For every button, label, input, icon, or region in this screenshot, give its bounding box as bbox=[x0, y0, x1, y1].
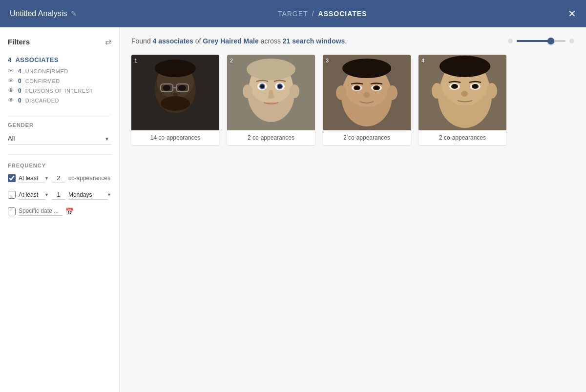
associates-count: 4 bbox=[8, 56, 12, 63]
card-label-3: 2 co-appearances bbox=[323, 130, 411, 145]
sidebar-header: Filters ⇄ bbox=[8, 37, 111, 46]
date-input[interactable] bbox=[19, 206, 63, 216]
card-number-3: 3 bbox=[326, 58, 329, 63]
poi-count: 0 bbox=[18, 87, 21, 94]
svg-point-47 bbox=[486, 83, 497, 99]
card-number-2: 2 bbox=[230, 58, 233, 63]
slider-container bbox=[508, 39, 574, 43]
freq-qualifier-arrow-1: ▼ bbox=[44, 176, 49, 181]
unconfirmed-count: 4 bbox=[18, 68, 21, 75]
slider-thumb[interactable] bbox=[547, 38, 554, 44]
card-image-2: 2 bbox=[227, 55, 315, 130]
svg-point-10 bbox=[161, 96, 190, 111]
svg-point-28 bbox=[355, 86, 359, 89]
unconfirmed-label: UNCONFIRMED bbox=[25, 68, 68, 74]
svg-point-33 bbox=[336, 85, 347, 100]
card-label-4: 2 co-appearances bbox=[419, 130, 506, 145]
svg-point-8 bbox=[173, 93, 178, 97]
date-checkbox[interactable] bbox=[8, 207, 16, 215]
divider bbox=[8, 114, 111, 114]
freq-checkbox-2[interactable] bbox=[8, 191, 16, 199]
freq-qualifier-arrow-2: ▼ bbox=[44, 192, 49, 197]
collapse-icon[interactable]: ⇄ bbox=[105, 37, 111, 46]
freq-qualifier-2[interactable]: At least Exactly At most bbox=[19, 190, 45, 200]
eye-icon: 👁 bbox=[8, 67, 14, 75]
frequency-section: FREQUENCY At least Exactly At most ▼ co-… bbox=[8, 163, 111, 216]
svg-point-34 bbox=[387, 85, 398, 100]
card-label-1: 14 co-appearances bbox=[131, 130, 219, 145]
freq-number-1[interactable] bbox=[52, 173, 65, 183]
gender-select-wrapper: All Male Female ▼ bbox=[8, 133, 111, 144]
confirmed-label: CONFIRMED bbox=[25, 78, 60, 84]
person-card[interactable]: 1 bbox=[131, 55, 219, 145]
results-header: Found 4 associates of Grey Haired Male a… bbox=[131, 37, 574, 45]
date-row: 📅 bbox=[8, 206, 111, 216]
person-card[interactable]: 3 bbox=[323, 55, 411, 145]
svg-point-9 bbox=[155, 60, 196, 77]
discarded-count: 0 bbox=[18, 97, 21, 104]
confirmed-count: 0 bbox=[18, 78, 21, 84]
card-label-2: 2 co-appearances bbox=[227, 130, 315, 145]
card-number-4: 4 bbox=[421, 58, 424, 63]
period: . bbox=[345, 37, 347, 45]
cards-grid: 1 bbox=[131, 55, 574, 145]
svg-point-46 bbox=[432, 83, 442, 99]
discarded-label: DISCARDED bbox=[25, 98, 59, 103]
freq-number-2[interactable] bbox=[52, 190, 65, 200]
slider-track[interactable] bbox=[517, 40, 565, 42]
frequency-label: FREQUENCY bbox=[8, 163, 111, 168]
eye-icon: 👁 bbox=[8, 97, 14, 104]
gender-label: GENDER bbox=[8, 122, 111, 128]
edit-icon[interactable]: ✎ bbox=[71, 10, 77, 18]
svg-point-21 bbox=[290, 84, 299, 98]
list-item: 👁 0 CONFIRMED bbox=[8, 77, 111, 84]
target-label: TARGET bbox=[278, 10, 308, 18]
freq-qualifier-1[interactable]: At least Exactly At most bbox=[19, 174, 45, 183]
main-content: Filters ⇄ 4 ASSOCIATES 👁 4 UNCONFIRMED � bbox=[0, 27, 586, 392]
svg-point-20 bbox=[243, 84, 252, 98]
freq-day-select[interactable]: Mondays Tuesdays Wednesdays Thursdays Fr… bbox=[68, 190, 108, 200]
card-image-1: 1 bbox=[131, 55, 219, 130]
associates-list: 👁 4 UNCONFIRMED 👁 0 CONFIRMED 👁 0 PERSON… bbox=[8, 67, 111, 104]
frequency-row-2: At least Exactly At most ▼ Mondays Tuesd… bbox=[8, 190, 111, 200]
svg-point-48 bbox=[440, 56, 490, 77]
list-item: 👁 0 PERSONS OF INTEREST bbox=[8, 87, 111, 94]
svg-point-45 bbox=[461, 91, 468, 97]
svg-point-35 bbox=[342, 59, 391, 78]
header-left: Untitled Analysis ✎ bbox=[10, 9, 77, 18]
svg-point-22 bbox=[247, 59, 295, 80]
svg-point-6 bbox=[163, 85, 170, 91]
person-card[interactable]: 2 bbox=[227, 55, 315, 145]
person-card[interactable]: 4 bbox=[419, 55, 506, 145]
close-button[interactable]: ✕ bbox=[568, 9, 576, 19]
of-label: of bbox=[195, 37, 201, 45]
associates-section: 4 ASSOCIATES 👁 4 UNCONFIRMED 👁 0 CONFIRM… bbox=[8, 56, 111, 104]
gender-section: GENDER All Male Female ▼ bbox=[8, 122, 111, 144]
svg-point-31 bbox=[375, 86, 378, 89]
slider-fill bbox=[517, 40, 551, 42]
gender-select[interactable]: All Male Female bbox=[8, 133, 111, 144]
nav-separator: / bbox=[312, 10, 314, 18]
svg-point-19 bbox=[278, 84, 282, 88]
app-container: Untitled Analysis ✎ TARGET / ASSOCIATES … bbox=[0, 0, 586, 392]
freq-checkbox-1[interactable] bbox=[8, 174, 16, 182]
associates-label: ASSOCIATES bbox=[15, 56, 59, 63]
results-area: Found 4 associates of Grey Haired Male a… bbox=[120, 27, 586, 392]
poi-label: PERSONS OF INTEREST bbox=[25, 88, 93, 94]
header-nav: TARGET / ASSOCIATES bbox=[278, 10, 367, 18]
calendar-icon[interactable]: 📅 bbox=[65, 207, 74, 215]
header: Untitled Analysis ✎ TARGET / ASSOCIATES … bbox=[0, 0, 586, 27]
freq-unit-1: co-appearances bbox=[68, 175, 110, 182]
associates-nav-label: ASSOCIATES bbox=[318, 10, 367, 18]
card-number-1: 1 bbox=[134, 58, 137, 63]
subject-name: Grey Haired Male bbox=[203, 37, 258, 45]
list-item: 👁 0 DISCARDED bbox=[8, 97, 111, 104]
associates-count-header: 4 ASSOCIATES bbox=[8, 56, 111, 63]
slider-dot-left bbox=[508, 39, 513, 43]
windows-count: 21 search windows bbox=[283, 37, 345, 45]
list-item: 👁 4 UNCONFIRMED bbox=[8, 67, 111, 75]
app-title: Untitled Analysis bbox=[10, 9, 67, 18]
svg-point-32 bbox=[363, 92, 370, 98]
svg-point-44 bbox=[473, 85, 477, 88]
sidebar-title: Filters bbox=[8, 38, 30, 46]
